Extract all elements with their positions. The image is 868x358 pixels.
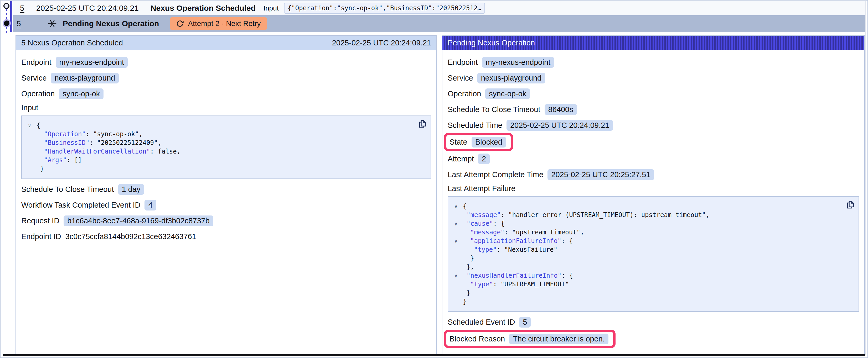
- field-row-operation: Operationsync-op-ok: [448, 88, 859, 100]
- field-label-endpoint: Endpoint: [21, 58, 52, 67]
- collapse-chevron-icon[interactable]: ∨: [28, 121, 36, 130]
- copy-button[interactable]: [845, 200, 855, 209]
- link-value-endpoint-id[interactable]: 3c0c75ccfa8144b092c13ce632463761: [65, 232, 196, 241]
- copy-button[interactable]: [417, 119, 427, 129]
- pending-nexus-operation-row[interactable]: 5 Pending Nexus Operation Attempt 2 · Ne…: [13, 15, 865, 32]
- chevron-spacer: [455, 246, 463, 254]
- json-key: "type": [474, 246, 497, 253]
- collapse-chevron-icon[interactable]: ∨: [455, 202, 463, 211]
- chevron-spacer: [28, 165, 36, 173]
- asterisk-icon: [48, 19, 57, 28]
- field-row-endpoint: Endpointmy-nexus-endpoint: [448, 56, 859, 68]
- json-value: : {: [493, 220, 504, 227]
- code-line: ∨{: [28, 121, 424, 130]
- field-label-service: Service: [448, 74, 473, 83]
- field-label-blocked-reason: Blocked Reason: [450, 335, 505, 343]
- retry-attempt-badge: Attempt 2 · Next Retry: [170, 17, 267, 30]
- field-label-schedule-to-close-timeout: Schedule To Close Timeout: [21, 185, 114, 194]
- value-chip-request-id: b1c6a4bc-8ee7-468a-9169-df3b02c8737b: [64, 216, 213, 226]
- chevron-spacer: [455, 211, 463, 220]
- json-key: "applicationFailureInfo": [470, 237, 561, 245]
- json-value: }: [463, 298, 467, 305]
- field-label-request-id: Request ID: [21, 217, 59, 225]
- field-row-attempt: Attempt2: [448, 153, 859, 165]
- retry-badge-text: Attempt 2 · Next Retry: [188, 20, 260, 28]
- chevron-spacer: [455, 254, 463, 263]
- field-label-attempt: Attempt: [448, 155, 474, 163]
- field-label-workflow-task-completed-event-id: Workflow Task Completed Event ID: [21, 201, 140, 209]
- field-row-schedule-to-close-timeout: Schedule To Close Timeout86400s: [448, 103, 859, 116]
- code-line: },: [455, 263, 852, 271]
- code-line: "type": "UPSTREAM_TIMEOUT": [455, 280, 852, 289]
- json-value: : "upstream timeout",: [504, 229, 584, 236]
- pending-event-id-link[interactable]: 5: [17, 19, 21, 28]
- field-label-last-attempt-complete-time: Last Attempt Complete Time: [448, 170, 543, 179]
- json-value: : "NexusFailure": [497, 246, 557, 253]
- copy-icon: [417, 119, 427, 129]
- value-chip-schedule-to-close-timeout: 86400s: [545, 104, 577, 115]
- annotation-highlight-state: StateBlocked: [444, 133, 513, 151]
- annotation-highlight-blocked-reason: Blocked ReasonThe circuit breaker is ope…: [444, 330, 616, 348]
- json-value: }: [470, 255, 474, 262]
- json-value: : {: [561, 272, 573, 279]
- field-row-service: Servicenexus-playground: [21, 72, 431, 84]
- code-line: ∨"cause": {: [455, 220, 852, 228]
- field-label-endpoint-id: Endpoint ID: [21, 232, 61, 241]
- json-value: : "20250225122409",: [89, 139, 161, 147]
- code-line: "Args": []: [28, 156, 424, 165]
- field-label-endpoint: Endpoint: [448, 58, 478, 67]
- timeline-open-node-icon: [3, 3, 9, 9]
- json-value: : {: [561, 237, 573, 245]
- field-label-last-attempt-failure: Last Attempt Failure: [448, 184, 855, 193]
- field-row-endpoint-id: Endpoint ID3c0c75ccfa8144b092c13ce632463…: [21, 230, 431, 242]
- value-chip-scheduled-time: 2025-02-25 UTC 20:24:09.21: [506, 120, 613, 131]
- code-line: ∨{: [455, 202, 852, 211]
- code-line: }: [455, 289, 852, 297]
- value-chip-last-attempt-complete-time: 2025-02-25 UTC 20:25:27.51: [548, 169, 654, 180]
- pending-panel-body: Endpointmy-nexus-endpointServicenexus-pl…: [442, 50, 864, 356]
- code-line: "Operation": "sync-op-ok",: [28, 130, 424, 138]
- json-value: {: [463, 203, 467, 210]
- code-line: }: [455, 254, 852, 263]
- field-label-state: State: [450, 138, 467, 147]
- value-chip-workflow-task-completed-event-id: 4: [145, 200, 156, 210]
- json-key: "message": [467, 211, 501, 219]
- section-bottom-divider: [3, 354, 865, 356]
- field-row-scheduled-time: Scheduled Time2025-02-25 UTC 20:24:09.21: [448, 119, 859, 131]
- scheduled-panel-timestamp: 2025-02-25 UTC 20:24:09.21: [332, 39, 431, 47]
- event-history-rows: 5 2025-02-25 UTC 20:24:09.21 Nexus Opera…: [13, 1, 865, 32]
- event-id-link[interactable]: 5: [20, 4, 25, 12]
- json-key: "cause": [467, 220, 493, 227]
- chevron-spacer: [455, 280, 463, 289]
- field-label-input: Input: [21, 103, 427, 112]
- value-chip-scheduled-event-id: 5: [519, 317, 531, 328]
- collapse-chevron-icon[interactable]: ∨: [455, 220, 463, 228]
- code-line: "HandlerWaitForCancellation": false,: [28, 147, 424, 156]
- code-line: }: [28, 165, 424, 173]
- code-line: "BusinessID": "20250225122409",: [28, 138, 424, 147]
- json-key: "HandlerWaitForCancellation": [44, 148, 150, 155]
- field-row-operation: Operationsync-op-ok: [21, 88, 431, 100]
- field-label-scheduled-event-id: Scheduled Event ID: [448, 318, 515, 326]
- code-line: "message": "handler error (UPSTREAM_TIME…: [455, 211, 852, 220]
- field-row-service: Servicenexus-playground: [448, 72, 859, 84]
- value-chip-blocked-reason: The circuit breaker is open.: [509, 334, 609, 344]
- retry-icon: [176, 20, 184, 27]
- event-row-nexus-operation-scheduled[interactable]: 5 2025-02-25 UTC 20:24:09.21 Nexus Opera…: [13, 1, 865, 15]
- event-timestamp: 2025-02-25 UTC 20:24:09.21: [36, 4, 139, 12]
- field-row-schedule-to-close-timeout: Schedule To Close Timeout1 day: [21, 183, 431, 195]
- value-chip-state: Blocked: [471, 137, 506, 148]
- field-label-schedule-to-close-timeout: Schedule To Close Timeout: [448, 105, 540, 114]
- field-label-scheduled-time: Scheduled Time: [448, 121, 502, 130]
- scrollbar-gutter: [865, 1, 866, 355]
- collapse-chevron-icon[interactable]: ∨: [455, 237, 463, 246]
- field-row-workflow-task-completed-event-id: Workflow Task Completed Event ID4: [21, 199, 431, 211]
- pending-panel-header: Pending Nexus Operation: [442, 36, 864, 50]
- pending-event-name: Pending Nexus Operation: [63, 19, 159, 28]
- collapse-chevron-icon[interactable]: ∨: [455, 271, 463, 280]
- code-line: "message": "upstream timeout",: [455, 228, 852, 237]
- scheduled-panel-body: Endpointmy-nexus-endpointServicenexus-pl…: [16, 50, 436, 253]
- chevron-spacer: [455, 228, 463, 237]
- chevron-spacer: [28, 156, 36, 165]
- value-chip-operation: sync-op-ok: [485, 89, 530, 99]
